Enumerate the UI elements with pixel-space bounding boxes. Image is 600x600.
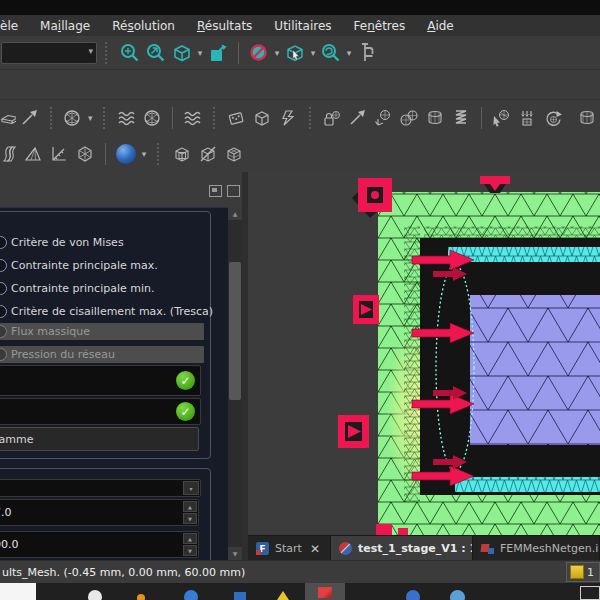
spin-down-icon: ▼ <box>183 513 197 524</box>
mesh-3d-icon <box>373 108 393 128</box>
taskbar-app-icon[interactable] <box>184 590 198 600</box>
radio-icon[interactable] <box>0 305 7 318</box>
mesh-cylinder-button[interactable] <box>422 105 448 131</box>
waves-info-icon <box>116 108 136 128</box>
taskbar-white-window[interactable] <box>0 583 36 600</box>
taskbar-app-icon[interactable] <box>406 590 420 600</box>
cube-faces-button[interactable] <box>221 141 247 167</box>
plate-element-button[interactable] <box>0 105 16 131</box>
chevron-down-icon[interactable]: ▾ <box>183 481 199 495</box>
taskbar-app-icon[interactable] <box>277 591 289 600</box>
chevron-down-icon[interactable]: ▾ <box>195 48 205 58</box>
zoom-fit-button[interactable] <box>117 40 143 66</box>
taskbar-app-icon[interactable] <box>137 594 145 600</box>
node-info-icon <box>142 108 162 128</box>
spring-element-button[interactable] <box>448 105 474 131</box>
panel-scrollbar[interactable]: ▲ ▼ <box>228 207 242 560</box>
parameter-combo[interactable]: ▾ <box>0 479 201 497</box>
menu-aide[interactable]: Aide <box>416 19 465 33</box>
dock-panel-icon[interactable] <box>209 185 222 197</box>
clipping-off-button[interactable] <box>246 40 272 66</box>
zoom-selection-button[interactable] <box>143 40 169 66</box>
zoom-refresh-button[interactable] <box>318 40 344 66</box>
close-icon[interactable]: ✕ <box>310 542 320 556</box>
float-panel-icon[interactable] <box>227 185 240 197</box>
parameter-spinner-2[interactable]: 00.0 ▲▼ <box>0 531 199 558</box>
chevron-down-icon[interactable]: ▾ <box>344 48 354 58</box>
tab-start[interactable]: F Start ✕ <box>248 536 331 561</box>
isometric-view-button[interactable] <box>169 40 195 66</box>
taskbar-app-icon[interactable] <box>88 590 102 600</box>
mesh-3d-button[interactable] <box>370 105 396 131</box>
chevron-down-icon[interactable]: ▾ <box>272 48 282 58</box>
probe-flag-button[interactable] <box>205 40 231 66</box>
menu-fenetres[interactable]: Fenêtres <box>343 19 417 33</box>
parameters-group: ▾ 7.0 ▲▼ 00.0 ▲▼ <box>0 468 211 561</box>
menu-model[interactable]: èle <box>0 19 29 33</box>
chevron-down-icon: ▾ <box>88 46 93 56</box>
menu-utilitaires[interactable]: Utilitaires <box>263 19 342 33</box>
chevron-down-icon[interactable]: ▾ <box>139 149 149 159</box>
toolbar-separator <box>213 107 217 129</box>
radio-icon[interactable] <box>0 259 7 272</box>
menu-resultats[interactable]: Résultats <box>186 19 263 33</box>
taskbar-app-icon[interactable] <box>450 590 465 600</box>
chevron-down-icon[interactable]: ▾ <box>85 113 95 123</box>
sphere-plus-minus-button[interactable] <box>59 105 85 131</box>
node-info-button[interactable] <box>139 105 165 131</box>
option-von-mises[interactable]: Critère de von Mises <box>0 234 204 250</box>
pencil-mesh-button[interactable] <box>344 105 370 131</box>
spin-down-icon: ▼ <box>183 545 197 556</box>
3d-viewport[interactable] <box>248 172 600 535</box>
menu-maillage[interactable]: Maillage <box>29 19 101 33</box>
option-principal-min[interactable]: Contrainte principale min. <box>0 280 204 296</box>
export-mesh-button[interactable] <box>574 105 600 131</box>
cube-clipping-button[interactable] <box>169 141 195 167</box>
spin-buttons[interactable]: ▲▼ <box>183 533 197 556</box>
cursor-mesh-button[interactable] <box>488 105 514 131</box>
radio-icon[interactable] <box>0 236 7 249</box>
tab-femmeshnetgen[interactable]: FEMMeshNetgen.inp - E <box>473 536 600 561</box>
shaded-sphere-button[interactable] <box>113 141 139 167</box>
radio-icon[interactable] <box>0 282 7 295</box>
workbench-selector[interactable]: ▾ <box>1 42 97 64</box>
taskbar-tray-box[interactable] <box>580 586 600 600</box>
zoom-fit-icon <box>119 42 141 64</box>
kill-element-button[interactable] <box>275 105 301 131</box>
view-cube-select-button[interactable] <box>282 40 308 66</box>
axis-graph-button[interactable] <box>46 141 72 167</box>
tab-test-1-stage[interactable]: test_1_stage_V1 : 1* ✕ <box>331 536 473 561</box>
chevron-down-icon[interactable]: ▾ <box>308 48 318 58</box>
spin-buttons[interactable]: ▲▼ <box>183 501 197 524</box>
notification-button[interactable]: 1 <box>566 562 600 582</box>
curved-sheets-button[interactable] <box>0 141 20 167</box>
scrollbar-thumb[interactable] <box>229 262 241 400</box>
parameter-spinner-1[interactable]: 7.0 ▲▼ <box>0 499 199 526</box>
title-bar <box>0 0 600 15</box>
cube-cursor-icon <box>284 42 306 64</box>
scroll-up-icon[interactable]: ▲ <box>228 207 242 220</box>
dice-mesh-button[interactable] <box>223 105 249 131</box>
menu-resolution[interactable]: Résolution <box>101 19 186 33</box>
axis-graph-icon <box>49 144 69 164</box>
cube-section-button[interactable] <box>195 141 221 167</box>
import-mesh-button[interactable] <box>514 105 540 131</box>
taskbar-app-icon[interactable] <box>234 592 246 600</box>
arrow-pencil-button[interactable] <box>16 105 42 131</box>
curved-sheets-icon <box>0 144 20 164</box>
scroll-down-icon[interactable]: ▼ <box>228 547 242 560</box>
taskbar-active-app[interactable] <box>305 583 345 600</box>
mesh-spheres-button[interactable] <box>396 105 422 131</box>
rotate-mesh-button[interactable] <box>540 105 566 131</box>
mesh-triangle-button[interactable] <box>20 141 46 167</box>
diagram-button[interactable]: ramme <box>0 427 199 451</box>
waves-flow-button[interactable] <box>179 105 205 131</box>
toolbar-separator <box>105 42 112 64</box>
option-principal-max[interactable]: Contrainte principale max. <box>0 257 204 273</box>
option-tresca[interactable]: Critère de cisaillement max. (Tresca) <box>0 303 204 319</box>
hex-snowflake-button[interactable] <box>72 141 98 167</box>
waves-info-button[interactable] <box>113 105 139 131</box>
measure-caliper-button[interactable] <box>354 40 380 66</box>
lock-mesh-button[interactable] <box>318 105 344 131</box>
solid-cube-button[interactable] <box>249 105 275 131</box>
